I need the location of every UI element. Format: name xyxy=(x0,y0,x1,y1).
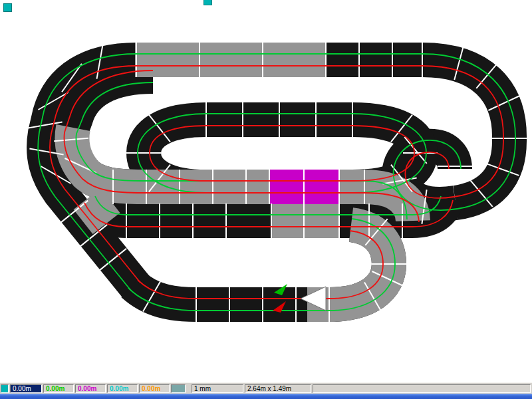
total-length-cell[interactable]: 0.00m xyxy=(10,384,42,393)
grid-size-cell: 1 mm xyxy=(192,384,243,393)
track-layout[interactable] xyxy=(0,0,532,382)
grid-color-swatch xyxy=(171,384,186,393)
layout-size-cell: 2.64m x 1.49m xyxy=(245,384,311,393)
canvas-artifact-marker xyxy=(3,3,12,12)
canvas-artifact-marker xyxy=(203,0,212,5)
status-filler-cell xyxy=(313,384,531,393)
status-color-swatch xyxy=(1,384,9,393)
track-design-canvas[interactable] xyxy=(0,0,532,382)
lane1-length-cell: 0.00m xyxy=(43,384,74,393)
lane4-length-cell: 0.00m xyxy=(139,384,170,393)
lane2-length-cell: 0.00m xyxy=(75,384,106,393)
lane3-length-cell: 0.00m xyxy=(107,384,138,393)
taskbar-strip[interactable] xyxy=(0,394,532,399)
status-bar: 0.00m 0.00m 0.00m 0.00m 0.00m 1 mm 2.64m… xyxy=(0,382,532,394)
